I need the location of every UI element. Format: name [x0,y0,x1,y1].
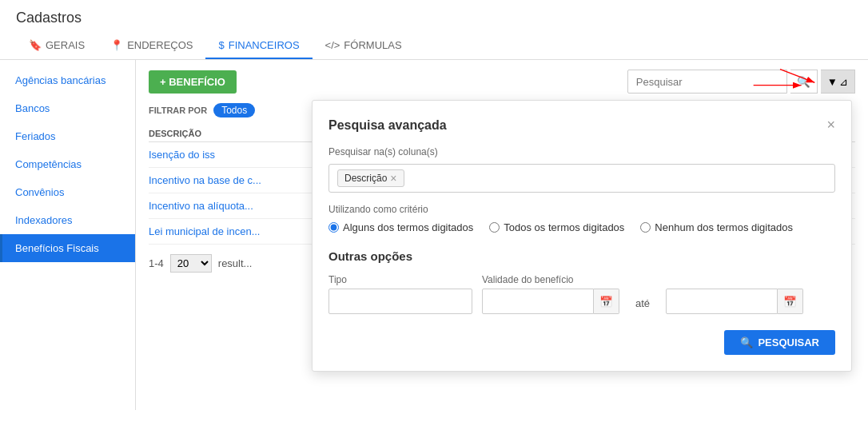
criteria-todos-radio[interactable] [489,222,500,233]
validade-label: Validade do benefício [482,274,619,285]
filter-todos[interactable]: Todos [213,103,255,117]
tab-formulas[interactable]: </> FÓRMULAS [313,33,415,59]
validade-date-to: 📅 [666,289,803,314]
descricao-tag[interactable]: Descrição × [337,169,404,187]
tipo-label: Tipo [328,274,472,285]
pesquisar-label: PESQUISAR [758,336,819,348]
filter-by-label: FILTRAR POR [149,106,207,115]
search-bar: 🔍 ▼ ⊿ [627,70,855,94]
pagination-range: 1-4 [149,257,164,269]
tab-enderecos-label: ENDEREÇOS [127,39,193,51]
advanced-search-title: Pesquisa avançada [328,118,447,133]
columns-input[interactable]: Descrição × [328,164,835,193]
search-input[interactable] [627,70,787,94]
validade-to-field-group: 📅 [666,289,803,314]
validade-field-group: Validade do benefício 📅 [482,274,619,314]
advanced-search-footer: 🔍 PESQUISAR [328,330,835,355]
add-beneficio-button[interactable]: + BENEFÍCIO [149,70,237,94]
pesquisar-button[interactable]: 🔍 PESQUISAR [724,330,835,355]
search-icon-button[interactable]: 🔍 [790,70,818,94]
tab-financeiros[interactable]: $ FINANCEIROS [205,33,312,59]
criteria-todos[interactable]: Todos os termos digitados [489,221,624,233]
criteria-nenhum[interactable]: Nenhum dos termos digitados [640,221,793,233]
filter-chevron-icon: ⊿ [839,76,848,88]
sidebar-item-convenios[interactable]: Convênios [0,178,135,206]
advanced-search-panel: Pesquisa avançada × Pesquisar na(s) colu… [312,100,852,372]
tag-close-icon[interactable]: × [390,172,396,185]
filter-button[interactable]: ▼ ⊿ [821,70,855,94]
tab-gerais[interactable]: 🔖 GERAIS [16,33,98,59]
tab-formulas-label: FÓRMULAS [344,39,401,51]
page-title: Cadastros [16,10,852,26]
options-row: Tipo Validade do benefício 📅 até [328,274,835,314]
sidebar-item-feriados[interactable]: Feriados [0,122,135,150]
criteria-radio-group: Alguns dos termos digitados Todos os ter… [328,221,835,233]
tabs-container: 🔖 GERAIS 📍 ENDEREÇOS $ FINANCEIROS </> F… [16,33,852,59]
bookmark-icon: 🔖 [29,39,42,51]
location-icon: 📍 [110,39,123,51]
tag-label: Descrição [344,173,387,184]
dollar-icon: $ [218,39,224,51]
other-options-title: Outras opções [328,249,835,263]
search-icon: 🔍 [740,336,753,348]
tipo-field-group: Tipo [328,274,472,314]
ate-label: até [629,297,656,314]
calendar-to-button[interactable]: 📅 [778,289,803,314]
tab-financeiros-label: FINANCEIROS [229,39,300,51]
code-icon: </> [325,39,340,51]
criteria-alguns[interactable]: Alguns dos termos digitados [328,221,473,233]
search-icon: 🔍 [797,76,810,88]
validade-to-input[interactable] [666,289,778,314]
sidebar-item-competencias[interactable]: Competências [0,150,135,178]
sidebar-item-bancos[interactable]: Bancos [0,94,135,122]
per-page-select[interactable]: 20 50 100 [170,254,212,273]
pagination-suffix: result... [218,257,253,269]
sidebar: Agências bancárias Bancos Feriados Compe… [0,60,136,410]
sidebar-item-agencias[interactable]: Agências bancárias [0,66,135,94]
calendar-to-icon: 📅 [783,296,797,308]
tab-gerais-label: GERAIS [46,39,85,51]
sidebar-item-indexadores[interactable]: Indexadores [0,206,135,234]
tab-enderecos[interactable]: 📍 ENDEREÇOS [98,33,205,59]
validade-from-input[interactable] [482,289,594,314]
criteria-label: Utilizando como critério [328,204,835,215]
content-area: + BENEFÍCIO 🔍 ▼ ⊿ FILTRAR POR Todos [136,60,868,410]
criteria-nenhum-radio[interactable] [640,222,651,233]
criteria-alguns-label: Alguns dos termos digitados [343,221,473,233]
criteria-alguns-radio[interactable] [328,222,339,233]
calendar-from-icon: 📅 [599,296,613,308]
columns-label: Pesquisar na(s) coluna(s) [328,146,835,157]
tipo-input[interactable] [328,289,472,314]
calendar-from-button[interactable]: 📅 [594,289,619,314]
validade-date-from: 📅 [482,289,619,314]
sidebar-item-beneficios[interactable]: Benefícios Fiscais [0,234,135,262]
filter-icon: ▼ [827,76,838,88]
criteria-nenhum-label: Nenhum dos termos digitados [655,221,793,233]
toolbar: + BENEFÍCIO 🔍 ▼ ⊿ [149,70,855,94]
close-button[interactable]: × [826,117,835,133]
criteria-todos-label: Todos os termos digitados [504,221,624,233]
